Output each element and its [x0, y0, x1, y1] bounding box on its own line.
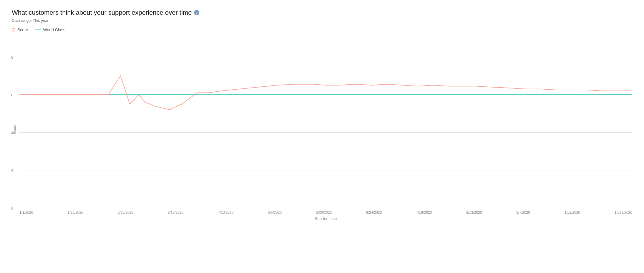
- world-class-legend-icon: [35, 29, 41, 30]
- grid-line: 6: [19, 95, 632, 95]
- date-range-label: Date range:: [12, 18, 32, 23]
- y-tick-label: 8: [11, 55, 13, 60]
- y-tick-label: 0: [11, 206, 13, 210]
- x-tick-label: 7/19/2020: [416, 210, 432, 215]
- legend-world-class: World Class: [35, 27, 65, 32]
- y-tick-label: 6: [11, 93, 13, 97]
- chart-svg: [19, 38, 632, 208]
- x-axis-title: Session date: [19, 216, 632, 221]
- x-tick-label: 5/5/2020: [268, 210, 282, 215]
- y-axis-label: Score: [12, 38, 18, 221]
- grid-line: 2: [19, 170, 632, 170]
- legend-score: Score: [12, 27, 28, 32]
- chart-wrapper: Score 02468 1/1/20201/26/20202/20/20203/…: [12, 38, 632, 221]
- grid-and-plot: 02468: [19, 38, 632, 208]
- x-tick-label: 1/1/2020: [19, 210, 33, 215]
- x-axis: 1/1/20201/26/20202/20/20203/16/20204/10/…: [19, 208, 632, 215]
- date-range: Date range: This year: [12, 18, 632, 23]
- x-tick-label: 3/16/2020: [168, 210, 183, 215]
- x-tick-label: 10/27/2020: [615, 210, 632, 215]
- x-tick-label: 2/20/2020: [118, 210, 133, 215]
- x-tick-label: 8/13/2020: [466, 210, 482, 215]
- score-legend-label: Score: [17, 27, 28, 32]
- chart-title: What customers think about your support …: [12, 9, 632, 17]
- chart-title-text: What customers think about your support …: [12, 9, 192, 17]
- date-range-value: This year: [33, 18, 48, 23]
- chart-area: 02468 1/1/20201/26/20202/20/20203/16/202…: [19, 38, 632, 221]
- x-tick-label: 4/10/2020: [218, 210, 233, 215]
- y-tick-label: 4: [11, 131, 13, 135]
- legend: Score World Class: [12, 27, 632, 32]
- score-legend-icon: [12, 28, 15, 32]
- x-tick-label: 1/26/2020: [67, 210, 83, 215]
- info-icon[interactable]: i: [194, 10, 199, 15]
- x-tick-label: 9/7/2020: [516, 210, 530, 215]
- grid-line: 8: [19, 57, 632, 57]
- grid-line: 4: [19, 132, 632, 133]
- y-tick-label: 2: [11, 168, 13, 173]
- world-class-legend-label: World Class: [43, 27, 65, 32]
- grid-line: 0: [19, 208, 632, 208]
- x-tick-label: 10/2/2020: [565, 210, 580, 215]
- chart-container: What customers think about your support …: [12, 9, 632, 221]
- x-tick-label: 5/30/2020: [316, 210, 332, 215]
- x-tick-label: 6/24/2020: [366, 210, 382, 215]
